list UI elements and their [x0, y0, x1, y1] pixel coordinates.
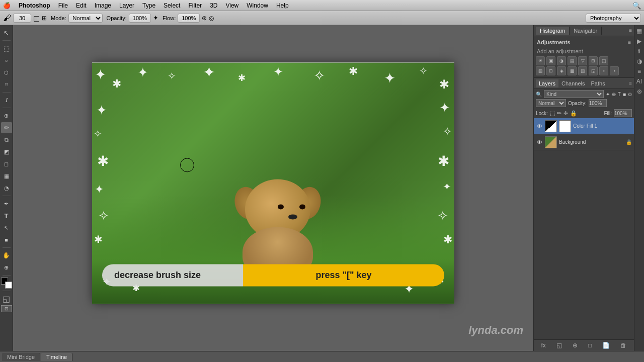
- tab-minibridge[interactable]: Mini Bridge: [2, 353, 40, 361]
- adj-icon-levels[interactable]: ▣: [546, 56, 555, 65]
- menu-help[interactable]: Help: [276, 2, 289, 9]
- brush-size-icon[interactable]: ▥: [33, 14, 40, 22]
- flow-icon[interactable]: ⊛: [202, 15, 207, 22]
- zoom-tool[interactable]: ⊕: [1, 262, 12, 273]
- quick-select-tool[interactable]: ⬡: [1, 67, 12, 78]
- eyedropper-tool[interactable]: 𝐼: [1, 95, 12, 106]
- adj-icon-posterize[interactable]: ◲: [589, 66, 598, 75]
- brush-size-input[interactable]: [13, 14, 31, 23]
- menu-filter[interactable]: Filter: [188, 2, 202, 9]
- lasso-tool[interactable]: ○: [1, 55, 12, 66]
- layer-group-btn[interactable]: □: [588, 342, 592, 349]
- canvas-frame[interactable]: ✦ ✱ ✦ ✧ ✦ ✱ ✦ ✧ ✱ ✦ ✧ ✱ ✦ ✧ ✱ ✦: [92, 62, 454, 304]
- adj-icon-exposure[interactable]: ▤: [568, 56, 577, 65]
- layer-item-background[interactable]: 👁 Background 🔒: [534, 134, 634, 150]
- menu-3d[interactable]: 3D: [210, 2, 217, 9]
- puppy-eye-right: [299, 204, 305, 209]
- adj-icon-vibrance[interactable]: ▽: [578, 56, 587, 65]
- menu-type[interactable]: Type: [142, 2, 155, 9]
- layer-adjustment-btn[interactable]: ⊕: [573, 342, 578, 349]
- flow-input[interactable]: [178, 14, 200, 23]
- layer-fx-btn[interactable]: fx: [541, 342, 546, 349]
- menu-file[interactable]: File: [58, 2, 68, 9]
- brush-options-icon[interactable]: ⊞: [42, 15, 47, 22]
- lock-all-icon[interactable]: 🔒: [570, 110, 577, 117]
- marquee-tool[interactable]: ⬚: [1, 43, 12, 54]
- search-icon[interactable]: 🔍: [632, 2, 641, 10]
- layer-item-colorfill[interactable]: 👁 Color Fill 1: [534, 118, 634, 134]
- tab-channels[interactable]: Channels: [558, 79, 588, 87]
- adj-icon-photofilter[interactable]: ⊟: [546, 66, 555, 75]
- mode-select[interactable]: Normal Multiply Screen: [68, 14, 103, 23]
- panel-icon-info[interactable]: ℹ: [635, 47, 643, 55]
- apple-menu[interactable]: 🍎: [3, 2, 11, 9]
- layer-delete-btn[interactable]: 🗑: [620, 342, 626, 349]
- shape-tool[interactable]: ■: [1, 234, 12, 245]
- blend-mode-select[interactable]: Normal Multiply: [536, 99, 566, 107]
- tab-paths[interactable]: Paths: [588, 79, 608, 87]
- clone-tool[interactable]: ⧉: [1, 134, 12, 145]
- workspace-select[interactable]: Photography Essentials 3D: [586, 14, 641, 23]
- path-selection-tool[interactable]: ↖: [1, 222, 12, 233]
- adj-icon-bw[interactable]: ▧: [536, 66, 545, 75]
- panel-icon-color[interactable]: ◑: [635, 57, 643, 65]
- adj-icon-gradient[interactable]: ▪: [610, 66, 619, 75]
- adjustments-collapse[interactable]: ≡: [628, 40, 631, 45]
- adj-icon-colorlookup[interactable]: ▩: [568, 66, 577, 75]
- pen-tool[interactable]: ✒: [1, 198, 12, 209]
- layer-mask-btn[interactable]: ◱: [556, 342, 562, 349]
- blur-tool[interactable]: ◔: [1, 183, 12, 194]
- crop-tool[interactable]: ⌗: [1, 79, 12, 90]
- lock-position-icon[interactable]: ✏: [557, 110, 561, 117]
- adj-icon-colorbalance[interactable]: ◱: [599, 56, 608, 65]
- menu-select[interactable]: Select: [164, 2, 180, 9]
- hand-tool[interactable]: ✋: [1, 250, 12, 261]
- tab-timeline[interactable]: Timeline: [41, 353, 72, 361]
- healing-tool[interactable]: ⊕: [1, 110, 12, 121]
- fill-input[interactable]: [614, 109, 632, 117]
- eraser-tool[interactable]: ◻: [1, 158, 12, 169]
- star-8: ✧: [313, 67, 325, 84]
- brush-picker-icon[interactable]: 🖌: [3, 14, 11, 23]
- panel-icon-3d[interactable]: ⊛: [635, 87, 643, 96]
- kind-select[interactable]: Kind: [544, 90, 604, 98]
- adj-icon-invert[interactable]: ▨: [578, 66, 587, 75]
- quick-mask-mode[interactable]: ◱: [1, 293, 12, 304]
- tab-layers[interactable]: Layers: [536, 79, 558, 87]
- menu-view[interactable]: View: [225, 2, 238, 9]
- panel-icon-histogram[interactable]: ▦: [635, 27, 643, 35]
- layers-collapse[interactable]: ≡: [629, 80, 632, 86]
- layer-opacity-input[interactable]: [589, 99, 607, 107]
- menu-edit[interactable]: Edit: [76, 2, 87, 9]
- adj-icon-threshold[interactable]: ▫: [599, 66, 608, 75]
- tab-histogram[interactable]: Histogram: [536, 27, 570, 35]
- adj-icon-hsl[interactable]: ⊞: [589, 56, 598, 65]
- smoothing-icon[interactable]: ◎: [209, 15, 214, 22]
- history-brush-tool[interactable]: ◩: [1, 146, 12, 157]
- panel-collapse-btn[interactable]: ≡: [629, 28, 632, 33]
- panel-icon-layers[interactable]: ≡: [635, 67, 643, 75]
- menu-image[interactable]: Image: [95, 2, 111, 9]
- background-color[interactable]: [5, 282, 12, 289]
- lock-artboard-icon[interactable]: ✛: [564, 110, 568, 117]
- adj-icon-brightness[interactable]: ☀: [536, 56, 545, 65]
- adj-icon-curves[interactable]: ◑: [557, 56, 566, 65]
- panel-icon-ai[interactable]: AI: [635, 77, 643, 85]
- tab-navigator[interactable]: Navigator: [570, 27, 602, 35]
- layer-visibility-background[interactable]: 👁: [536, 139, 543, 146]
- app-name[interactable]: Photoshop: [19, 2, 50, 9]
- gradient-tool[interactable]: ▦: [1, 170, 12, 182]
- opacity-input[interactable]: [129, 14, 151, 23]
- brush-tool[interactable]: ✏: [1, 122, 12, 133]
- adj-icon-channelmixer[interactable]: ◈: [557, 66, 566, 75]
- panel-icon-play[interactable]: ▶: [635, 37, 643, 45]
- text-tool[interactable]: T: [1, 210, 12, 221]
- layer-new-btn[interactable]: 📄: [602, 342, 610, 349]
- layer-visibility-colorfill[interactable]: 👁: [536, 123, 543, 130]
- move-tool[interactable]: ↖: [1, 27, 12, 38]
- menu-window[interactable]: Window: [247, 2, 268, 9]
- screen-mode[interactable]: ⊡: [1, 305, 12, 312]
- lock-pixels-icon[interactable]: ⬚: [550, 110, 555, 117]
- opacity-airbrush-icon[interactable]: ✦: [153, 14, 158, 22]
- menu-layer[interactable]: Layer: [119, 2, 134, 9]
